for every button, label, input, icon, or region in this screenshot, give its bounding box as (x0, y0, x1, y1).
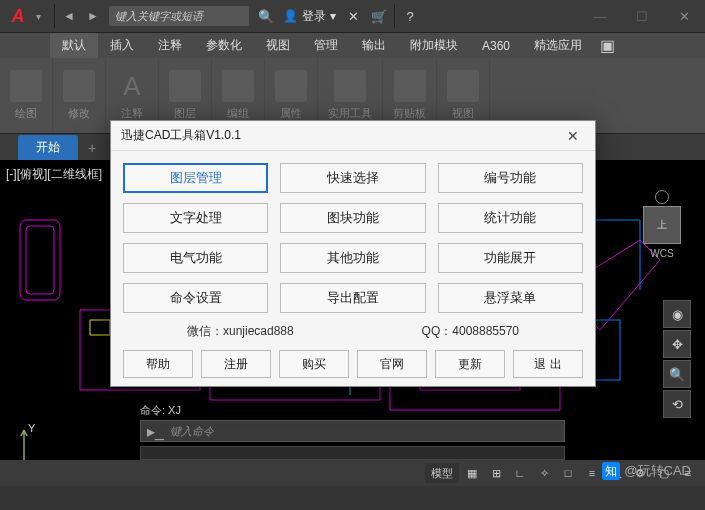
btn-register[interactable]: 注册 (201, 350, 271, 378)
wechat-info: 微信：xunjiecad888 (187, 323, 294, 340)
ribbon-tab-manage[interactable]: 管理 (302, 33, 350, 58)
btn-other[interactable]: 其他功能 (280, 243, 425, 273)
svg-text:X: X (64, 458, 72, 460)
search-box[interactable]: 键入关键字或短语 (109, 6, 249, 26)
grid-icon[interactable]: ▦ (461, 463, 483, 483)
layers-icon (169, 70, 201, 102)
svg-text:Y: Y (28, 422, 36, 434)
wcs-label[interactable]: WCS (633, 248, 691, 259)
btn-block[interactable]: 图块功能 (280, 203, 425, 233)
viewcube-face[interactable]: 上 (643, 206, 681, 244)
nav-zoom-icon[interactable]: 🔍 (663, 360, 691, 388)
snap-icon[interactable]: ⊞ (485, 463, 507, 483)
command-line: 命令: XJ ▸_ 键入命令 (140, 403, 565, 442)
viewcube-compass-icon[interactable] (655, 190, 669, 204)
lineweight-icon[interactable]: ≡ (581, 463, 603, 483)
ribbon-group-draw[interactable]: 绘图 (0, 58, 53, 133)
cart-icon[interactable]: 🛒 (366, 0, 392, 32)
watermark-text: @玩转CAD (624, 462, 691, 480)
dialog-close-button[interactable]: ✕ (561, 128, 585, 144)
polar-icon[interactable]: ✧ (533, 463, 555, 483)
app-logo[interactable]: A (0, 0, 36, 32)
btn-numbering[interactable]: 编号功能 (438, 163, 583, 193)
btn-export-config[interactable]: 导出配置 (280, 283, 425, 313)
ribbon-group-modify[interactable]: 修改 (53, 58, 106, 133)
window-minimize-button[interactable]: — (579, 0, 621, 32)
qat-redo-icon[interactable]: ► (81, 0, 105, 32)
ribbon-overflow-icon[interactable]: ▣ (594, 33, 620, 58)
btn-electrical[interactable]: 电气功能 (123, 243, 268, 273)
draw-icon (10, 70, 42, 102)
watermark: 知 @玩转CAD (602, 462, 691, 480)
osnap-icon[interactable]: □ (557, 463, 579, 483)
btn-website[interactable]: 官网 (357, 350, 427, 378)
btn-float-menu[interactable]: 悬浮菜单 (438, 283, 583, 313)
button-grid: 图层管理 快速选择 编号功能 文字处理 图块功能 统计功能 电气功能 其他功能 … (123, 163, 583, 313)
search-placeholder: 键入关键字或短语 (115, 9, 203, 24)
contact-info: 微信：xunjiecad888 QQ：4008885570 (123, 323, 583, 340)
group-icon (222, 70, 254, 102)
btn-layer-manage[interactable]: 图层管理 (123, 163, 268, 193)
login-label: 登录 (302, 8, 326, 25)
command-menu-icon[interactable]: ▸_ (147, 422, 164, 441)
btn-statistics[interactable]: 统计功能 (438, 203, 583, 233)
window-titlebar: A ▾ ◄ ► 键入关键字或短语 🔍 👤 登录 ▾ ✕ 🛒 ? — ☐ ✕ (0, 0, 705, 32)
toolbox-dialog: 迅捷CAD工具箱V1.0.1 ✕ 图层管理 快速选择 编号功能 文字处理 图块功… (110, 120, 596, 387)
chevron-down-icon: ▾ (330, 9, 336, 23)
btn-help[interactable]: 帮助 (123, 350, 193, 378)
help-icon[interactable]: ? (397, 0, 423, 32)
btn-cmd-settings[interactable]: 命令设置 (123, 283, 268, 313)
ribbon-tab-output[interactable]: 输出 (350, 33, 398, 58)
model-space-button[interactable]: 模型 (425, 463, 459, 483)
dialog-title: 迅捷CAD工具箱V1.0.1 (121, 127, 561, 144)
navigation-bar: ◉ ✥ 🔍 ⟲ (663, 300, 691, 420)
view-icon (447, 70, 479, 102)
ribbon-tab-addins[interactable]: 附加模块 (398, 33, 470, 58)
horizontal-scrollbar[interactable] (140, 446, 565, 460)
spacer (423, 0, 579, 32)
ribbon-tab-a360[interactable]: A360 (470, 33, 522, 58)
window-close-button[interactable]: ✕ (663, 0, 705, 32)
ribbon-tab-featured[interactable]: 精选应用 (522, 33, 594, 58)
viewcube[interactable]: 上 WCS (633, 190, 691, 270)
qat-undo-icon[interactable]: ◄ (57, 0, 81, 32)
command-history: 命令: XJ (140, 403, 565, 418)
status-bar: 模型 ▦ ⊞ ∟ ✧ □ ≡ 人 ⚙ ▢ ≡ (0, 460, 705, 486)
btn-exit[interactable]: 退 出 (513, 350, 583, 378)
file-tab-start[interactable]: 开始 (18, 135, 78, 160)
ribbon-tab-view[interactable]: 视图 (254, 33, 302, 58)
ribbon-tab-strip: 默认 插入 注释 参数化 视图 管理 输出 附加模块 A360 精选应用 ▣ (0, 32, 705, 58)
ribbon-tab-insert[interactable]: 插入 (98, 33, 146, 58)
window-maximize-button[interactable]: ☐ (621, 0, 663, 32)
btn-buy[interactable]: 购买 (279, 350, 349, 378)
qq-info: QQ：4008885570 (422, 323, 519, 340)
ribbon-tab-annotate[interactable]: 注释 (146, 33, 194, 58)
btn-expand[interactable]: 功能展开 (438, 243, 583, 273)
new-tab-button[interactable]: + (78, 136, 106, 160)
zhihu-icon: 知 (602, 462, 620, 480)
signin-button[interactable]: 👤 登录 ▾ (279, 0, 340, 32)
exchange-icon[interactable]: ✕ (340, 0, 366, 32)
btn-text-process[interactable]: 文字处理 (123, 203, 268, 233)
btn-quick-select[interactable]: 快速选择 (280, 163, 425, 193)
dialog-titlebar[interactable]: 迅捷CAD工具箱V1.0.1 ✕ (111, 121, 595, 151)
ortho-icon[interactable]: ∟ (509, 463, 531, 483)
divider (54, 4, 55, 28)
command-input[interactable]: ▸_ 键入命令 (140, 420, 565, 442)
ribbon-tab-default[interactable]: 默认 (50, 33, 98, 58)
dialog-body: 图层管理 快速选择 编号功能 文字处理 图块功能 统计功能 电气功能 其他功能 … (111, 151, 595, 386)
ribbon-tab-parametric[interactable]: 参数化 (194, 33, 254, 58)
divider (394, 4, 395, 28)
props-icon (275, 70, 307, 102)
btn-update[interactable]: 更新 (435, 350, 505, 378)
nav-pan-icon[interactable]: ✥ (663, 330, 691, 358)
app-menu-arrow[interactable]: ▾ (36, 0, 52, 32)
modify-icon (63, 70, 95, 102)
clipboard-icon (394, 70, 426, 102)
nav-orbit-icon[interactable]: ⟲ (663, 390, 691, 418)
text-icon: A (116, 70, 148, 102)
nav-wheel-icon[interactable]: ◉ (663, 300, 691, 328)
command-placeholder: 键入命令 (170, 424, 214, 439)
binoculars-icon[interactable]: 🔍 (253, 0, 279, 32)
utils-icon (334, 70, 366, 102)
